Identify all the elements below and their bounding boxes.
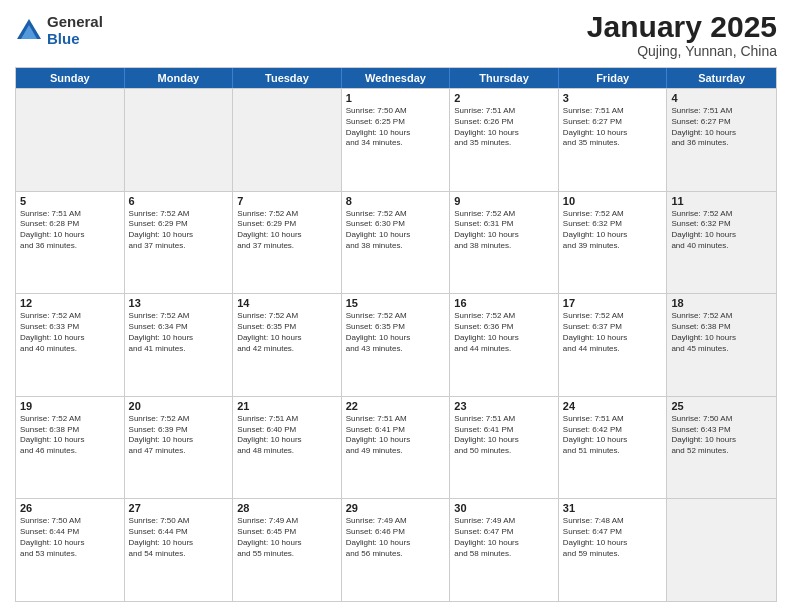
- cal-cell-day-30: 30Sunrise: 7:49 AM Sunset: 6:47 PM Dayli…: [450, 499, 559, 601]
- cell-info: Sunrise: 7:51 AM Sunset: 6:41 PM Dayligh…: [346, 414, 446, 457]
- cal-row-3: 19Sunrise: 7:52 AM Sunset: 6:38 PM Dayli…: [16, 396, 776, 499]
- cell-info: Sunrise: 7:49 AM Sunset: 6:45 PM Dayligh…: [237, 516, 337, 559]
- cal-cell-day-11: 11Sunrise: 7:52 AM Sunset: 6:32 PM Dayli…: [667, 192, 776, 294]
- cal-cell-day-18: 18Sunrise: 7:52 AM Sunset: 6:38 PM Dayli…: [667, 294, 776, 396]
- day-number: 22: [346, 400, 446, 412]
- day-number: 24: [563, 400, 663, 412]
- cal-row-4: 26Sunrise: 7:50 AM Sunset: 6:44 PM Dayli…: [16, 498, 776, 601]
- cal-row-2: 12Sunrise: 7:52 AM Sunset: 6:33 PM Dayli…: [16, 293, 776, 396]
- cell-info: Sunrise: 7:52 AM Sunset: 6:31 PM Dayligh…: [454, 209, 554, 252]
- day-number: 2: [454, 92, 554, 104]
- logo-blue: Blue: [47, 31, 103, 48]
- day-number: 12: [20, 297, 120, 309]
- cal-cell-day-12: 12Sunrise: 7:52 AM Sunset: 6:33 PM Dayli…: [16, 294, 125, 396]
- cal-cell-day-9: 9Sunrise: 7:52 AM Sunset: 6:31 PM Daylig…: [450, 192, 559, 294]
- cell-info: Sunrise: 7:48 AM Sunset: 6:47 PM Dayligh…: [563, 516, 663, 559]
- cell-info: Sunrise: 7:52 AM Sunset: 6:29 PM Dayligh…: [237, 209, 337, 252]
- cal-cell-day-20: 20Sunrise: 7:52 AM Sunset: 6:39 PM Dayli…: [125, 397, 234, 499]
- header: General Blue January 2025 Qujing, Yunnan…: [15, 10, 777, 59]
- cal-cell-day-14: 14Sunrise: 7:52 AM Sunset: 6:35 PM Dayli…: [233, 294, 342, 396]
- day-number: 16: [454, 297, 554, 309]
- day-number: 21: [237, 400, 337, 412]
- header-day-sunday: Sunday: [16, 68, 125, 88]
- cal-cell-day-23: 23Sunrise: 7:51 AM Sunset: 6:41 PM Dayli…: [450, 397, 559, 499]
- cell-info: Sunrise: 7:52 AM Sunset: 6:32 PM Dayligh…: [563, 209, 663, 252]
- day-number: 1: [346, 92, 446, 104]
- cell-info: Sunrise: 7:52 AM Sunset: 6:37 PM Dayligh…: [563, 311, 663, 354]
- cal-cell-day-19: 19Sunrise: 7:52 AM Sunset: 6:38 PM Dayli…: [16, 397, 125, 499]
- cal-cell-day-7: 7Sunrise: 7:52 AM Sunset: 6:29 PM Daylig…: [233, 192, 342, 294]
- cell-info: Sunrise: 7:51 AM Sunset: 6:40 PM Dayligh…: [237, 414, 337, 457]
- day-number: 19: [20, 400, 120, 412]
- day-number: 25: [671, 400, 772, 412]
- day-number: 20: [129, 400, 229, 412]
- cal-cell-day-31: 31Sunrise: 7:48 AM Sunset: 6:47 PM Dayli…: [559, 499, 668, 601]
- month-title: January 2025: [587, 10, 777, 43]
- day-number: 17: [563, 297, 663, 309]
- cal-cell-day-4: 4Sunrise: 7:51 AM Sunset: 6:27 PM Daylig…: [667, 89, 776, 191]
- cell-info: Sunrise: 7:52 AM Sunset: 6:34 PM Dayligh…: [129, 311, 229, 354]
- day-number: 13: [129, 297, 229, 309]
- cal-cell-day-29: 29Sunrise: 7:49 AM Sunset: 6:46 PM Dayli…: [342, 499, 451, 601]
- cell-info: Sunrise: 7:52 AM Sunset: 6:32 PM Dayligh…: [671, 209, 772, 252]
- cell-info: Sunrise: 7:49 AM Sunset: 6:47 PM Dayligh…: [454, 516, 554, 559]
- cell-info: Sunrise: 7:51 AM Sunset: 6:27 PM Dayligh…: [671, 106, 772, 149]
- cal-cell-day-26: 26Sunrise: 7:50 AM Sunset: 6:44 PM Dayli…: [16, 499, 125, 601]
- day-number: 29: [346, 502, 446, 514]
- day-number: 30: [454, 502, 554, 514]
- cal-cell-empty: [16, 89, 125, 191]
- day-number: 9: [454, 195, 554, 207]
- logo-text: General Blue: [47, 14, 103, 47]
- cell-info: Sunrise: 7:51 AM Sunset: 6:41 PM Dayligh…: [454, 414, 554, 457]
- cal-cell-day-27: 27Sunrise: 7:50 AM Sunset: 6:44 PM Dayli…: [125, 499, 234, 601]
- day-number: 3: [563, 92, 663, 104]
- cell-info: Sunrise: 7:52 AM Sunset: 6:38 PM Dayligh…: [20, 414, 120, 457]
- cell-info: Sunrise: 7:52 AM Sunset: 6:30 PM Dayligh…: [346, 209, 446, 252]
- cell-info: Sunrise: 7:51 AM Sunset: 6:27 PM Dayligh…: [563, 106, 663, 149]
- cal-cell-day-3: 3Sunrise: 7:51 AM Sunset: 6:27 PM Daylig…: [559, 89, 668, 191]
- day-number: 18: [671, 297, 772, 309]
- cal-cell-day-6: 6Sunrise: 7:52 AM Sunset: 6:29 PM Daylig…: [125, 192, 234, 294]
- cal-cell-day-1: 1Sunrise: 7:50 AM Sunset: 6:25 PM Daylig…: [342, 89, 451, 191]
- cal-cell-day-15: 15Sunrise: 7:52 AM Sunset: 6:35 PM Dayli…: [342, 294, 451, 396]
- cal-cell-day-10: 10Sunrise: 7:52 AM Sunset: 6:32 PM Dayli…: [559, 192, 668, 294]
- cal-cell-day-13: 13Sunrise: 7:52 AM Sunset: 6:34 PM Dayli…: [125, 294, 234, 396]
- title-area: January 2025 Qujing, Yunnan, China: [587, 10, 777, 59]
- cal-cell-day-8: 8Sunrise: 7:52 AM Sunset: 6:30 PM Daylig…: [342, 192, 451, 294]
- day-number: 10: [563, 195, 663, 207]
- cell-info: Sunrise: 7:51 AM Sunset: 6:42 PM Dayligh…: [563, 414, 663, 457]
- cell-info: Sunrise: 7:50 AM Sunset: 6:43 PM Dayligh…: [671, 414, 772, 457]
- cal-cell-day-5: 5Sunrise: 7:51 AM Sunset: 6:28 PM Daylig…: [16, 192, 125, 294]
- day-number: 23: [454, 400, 554, 412]
- cell-info: Sunrise: 7:51 AM Sunset: 6:26 PM Dayligh…: [454, 106, 554, 149]
- cell-info: Sunrise: 7:52 AM Sunset: 6:36 PM Dayligh…: [454, 311, 554, 354]
- day-number: 11: [671, 195, 772, 207]
- cell-info: Sunrise: 7:52 AM Sunset: 6:35 PM Dayligh…: [346, 311, 446, 354]
- cell-info: Sunrise: 7:49 AM Sunset: 6:46 PM Dayligh…: [346, 516, 446, 559]
- header-day-friday: Friday: [559, 68, 668, 88]
- header-day-monday: Monday: [125, 68, 234, 88]
- day-number: 31: [563, 502, 663, 514]
- calendar-header: SundayMondayTuesdayWednesdayThursdayFrid…: [16, 68, 776, 88]
- cell-info: Sunrise: 7:51 AM Sunset: 6:28 PM Dayligh…: [20, 209, 120, 252]
- day-number: 15: [346, 297, 446, 309]
- cal-cell-empty: [125, 89, 234, 191]
- day-number: 28: [237, 502, 337, 514]
- header-day-thursday: Thursday: [450, 68, 559, 88]
- cell-info: Sunrise: 7:52 AM Sunset: 6:35 PM Dayligh…: [237, 311, 337, 354]
- cal-row-0: 1Sunrise: 7:50 AM Sunset: 6:25 PM Daylig…: [16, 88, 776, 191]
- cal-cell-day-17: 17Sunrise: 7:52 AM Sunset: 6:37 PM Dayli…: [559, 294, 668, 396]
- cal-cell-day-2: 2Sunrise: 7:51 AM Sunset: 6:26 PM Daylig…: [450, 89, 559, 191]
- header-day-wednesday: Wednesday: [342, 68, 451, 88]
- cal-row-1: 5Sunrise: 7:51 AM Sunset: 6:28 PM Daylig…: [16, 191, 776, 294]
- day-number: 26: [20, 502, 120, 514]
- day-number: 7: [237, 195, 337, 207]
- logo: General Blue: [15, 14, 103, 47]
- day-number: 4: [671, 92, 772, 104]
- cell-info: Sunrise: 7:52 AM Sunset: 6:29 PM Dayligh…: [129, 209, 229, 252]
- location: Qujing, Yunnan, China: [587, 43, 777, 59]
- cell-info: Sunrise: 7:50 AM Sunset: 6:25 PM Dayligh…: [346, 106, 446, 149]
- logo-icon: [15, 17, 43, 45]
- cal-cell-day-24: 24Sunrise: 7:51 AM Sunset: 6:42 PM Dayli…: [559, 397, 668, 499]
- day-number: 27: [129, 502, 229, 514]
